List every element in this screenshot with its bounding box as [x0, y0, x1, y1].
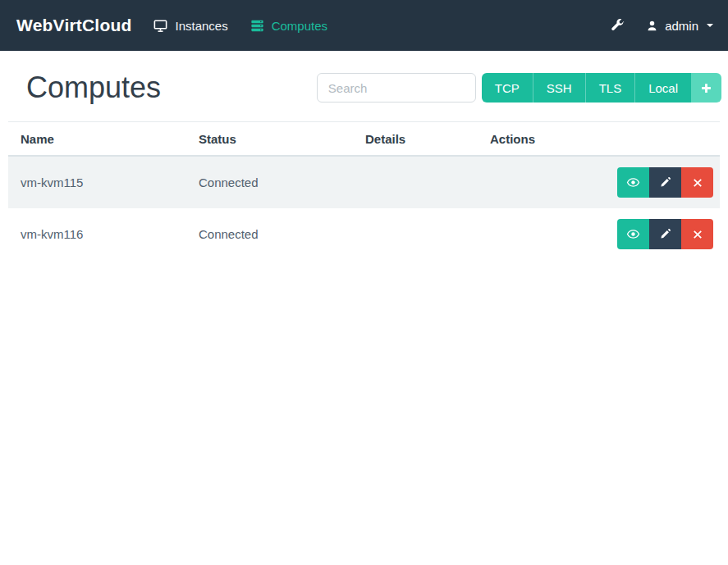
- monitor-icon: [153, 18, 168, 34]
- user-menu[interactable]: admin: [645, 19, 713, 33]
- compute-status-cell: Connected: [186, 156, 353, 208]
- add-compute-button-group: TCP SSH TLS Local: [482, 73, 721, 103]
- delete-compute-button[interactable]: [681, 219, 713, 249]
- caret-down-icon: [707, 24, 713, 27]
- nav-item-label: Computes: [272, 19, 327, 33]
- edit-compute-button[interactable]: [649, 167, 681, 198]
- settings-wrench-button[interactable]: [610, 18, 625, 33]
- header-controls: TCP SSH TLS Local: [317, 73, 721, 103]
- table-header-row: Name Status Details Actions: [8, 122, 720, 157]
- column-header-name: Name: [8, 122, 186, 157]
- table-row: vm-kvm116 Connected: [8, 208, 720, 260]
- add-compute-button[interactable]: [691, 73, 721, 103]
- user-name-label: admin: [665, 19, 698, 33]
- compute-actions-cell: [478, 156, 720, 208]
- add-tls-button[interactable]: TLS: [585, 73, 635, 103]
- add-ssh-button[interactable]: SSH: [533, 73, 585, 103]
- user-icon: [645, 19, 659, 33]
- compute-details-cell: [353, 156, 478, 208]
- delete-compute-button[interactable]: [681, 167, 713, 198]
- nav-item-instances[interactable]: Instances: [153, 18, 227, 34]
- compute-name-cell: vm-kvm116: [8, 208, 186, 260]
- server-icon: [250, 18, 265, 34]
- row-action-group: [617, 167, 713, 198]
- compute-actions-cell: [478, 208, 720, 260]
- navbar-right: admin: [610, 18, 713, 33]
- page-title: Computes: [26, 71, 161, 104]
- nav-item-label: Instances: [175, 19, 227, 33]
- brand-title[interactable]: WebVirtCloud: [16, 16, 131, 35]
- nav-item-computes[interactable]: Computes: [250, 18, 327, 34]
- eye-icon: [626, 175, 640, 189]
- compute-details-cell: [353, 208, 478, 260]
- compute-status-cell: Connected: [186, 208, 353, 260]
- x-icon: [692, 177, 703, 189]
- top-navbar: WebVirtCloud Instances Computes: [0, 0, 728, 51]
- computes-table: Name Status Details Actions vm-kvm115 Co…: [8, 121, 720, 260]
- column-header-details: Details: [353, 122, 478, 157]
- add-local-button[interactable]: Local: [634, 73, 691, 103]
- page-header: Computes TCP SSH TLS Local: [0, 51, 728, 121]
- add-tcp-button[interactable]: TCP: [482, 73, 533, 103]
- compute-name-cell: vm-kvm115: [8, 156, 186, 208]
- table-row: vm-kvm115 Connected: [8, 156, 720, 208]
- plus-icon: [700, 82, 712, 94]
- x-icon: [692, 229, 703, 240]
- column-header-actions: Actions: [478, 122, 720, 157]
- view-compute-button[interactable]: [617, 167, 649, 198]
- eye-icon: [626, 227, 640, 241]
- server-icon: [250, 18, 265, 34]
- search-input[interactable]: [317, 73, 476, 103]
- column-header-status: Status: [186, 122, 353, 157]
- wrench-icon: [610, 18, 625, 33]
- monitor-icon: [153, 18, 168, 34]
- edit-compute-button[interactable]: [649, 219, 681, 249]
- pencil-icon: [659, 176, 671, 189]
- row-action-group: [617, 219, 713, 249]
- view-compute-button[interactable]: [617, 219, 649, 249]
- pencil-icon: [659, 228, 671, 240]
